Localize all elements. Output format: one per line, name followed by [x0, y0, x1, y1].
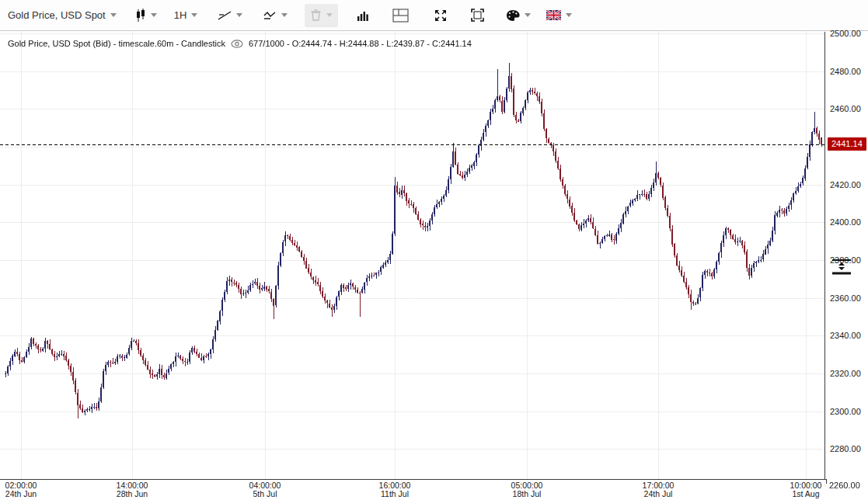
chart-legend-row: Gold Price, USD Spot (Bid) - timescale.6… — [8, 39, 472, 48]
trendline-tool-button[interactable] — [218, 4, 242, 27]
interval-selector[interactable]: 1H — [174, 4, 198, 27]
chevron-down-icon — [236, 13, 242, 17]
price-axis-line — [824, 32, 825, 480]
palette-icon — [506, 9, 520, 22]
time-axis-line — [0, 479, 827, 480]
crop-frame-button[interactable] — [471, 4, 484, 27]
chevron-down-icon — [191, 13, 197, 17]
time-axis-label: 14:00:0028th Jun — [117, 481, 148, 498]
price-axis-label: 2480.00 — [830, 67, 861, 76]
crop-frame-icon — [471, 9, 484, 22]
chevron-down-icon — [110, 13, 117, 17]
fullscreen-button[interactable] — [434, 4, 448, 27]
price-axis-label: 2300.00 — [830, 407, 861, 416]
price-axis[interactable]: 2500.002480.002460.002440.002420.002400.… — [824, 32, 868, 480]
volume-bars-icon — [357, 9, 369, 22]
price-axis-label: 2400.00 — [830, 217, 861, 227]
interval-label: 1H — [174, 9, 187, 21]
time-axis-label: 05:00:0018th Jul — [511, 481, 543, 498]
price-axis-label: 2420.00 — [830, 180, 861, 189]
expand-arrows-icon — [434, 9, 448, 23]
chevron-down-icon — [326, 13, 333, 17]
language-selector[interactable] — [546, 4, 572, 27]
chevron-down-icon — [151, 13, 157, 17]
symbol-label: Gold Price, USD Spot — [8, 9, 106, 21]
layout-grid-icon — [392, 9, 409, 23]
uk-flag-icon — [546, 10, 561, 20]
price-axis-label: 2360.00 — [830, 293, 861, 303]
trendline-icon — [218, 9, 232, 22]
corner-price-label: 2260.00 — [829, 481, 860, 490]
price-axis-label: 2280.00 — [830, 444, 861, 453]
price-axis-zoom-widget[interactable] — [831, 259, 852, 279]
time-axis-label: 17:00:0024th Jul — [643, 481, 675, 498]
delete-drawing-button-disabled[interactable] — [305, 4, 338, 27]
volume-button[interactable] — [357, 4, 369, 27]
layout-grid-button[interactable] — [392, 4, 409, 27]
chart-type-button[interactable] — [135, 4, 157, 27]
time-axis-end-tick — [826, 479, 827, 484]
chart-stats-text: 677/1000 - O:2444.74 - H:2444.88 - L:243… — [249, 39, 472, 48]
chevron-down-icon — [281, 13, 288, 17]
indicator-zigzag-icon — [263, 9, 277, 22]
price-axis-label: 2340.00 — [830, 331, 861, 340]
time-axis-label: 02:00:0024th Jun — [5, 481, 37, 498]
chevron-down-icon — [566, 13, 572, 17]
candlestick-icon — [135, 9, 146, 23]
top-toolbar: Gold Price, USD Spot 1H — [0, 0, 868, 31]
price-chart-canvas[interactable] — [0, 32, 824, 480]
price-axis-label: 2320.00 — [830, 369, 861, 378]
indicators-button[interactable] — [263, 4, 288, 27]
trash-icon — [310, 9, 322, 22]
symbol-selector[interactable]: Gold Price, USD Spot — [8, 4, 117, 27]
chevron-down-icon — [525, 13, 531, 17]
chart-area: Gold Price, USD Spot (Bid) - timescale.6… — [0, 32, 868, 500]
current-price-tag: 2441.14 — [828, 137, 866, 151]
chart-title-text: Gold Price, USD Spot (Bid) - timescale.6… — [8, 39, 225, 48]
theme-palette-button[interactable] — [506, 4, 531, 27]
eye-icon[interactable] — [231, 40, 243, 48]
time-axis[interactable]: 02:00:0024th Jun14:00:0028th Jun04:00:00… — [0, 480, 868, 500]
time-axis-label: 04:00:005th Jul — [249, 481, 281, 498]
price-axis-label: 2460.00 — [830, 104, 861, 113]
time-axis-label: 16:00:0011th Jul — [379, 481, 411, 498]
time-axis-label: 10:00:001st Aug — [790, 481, 822, 498]
price-axis-label: 2500.00 — [830, 29, 861, 38]
